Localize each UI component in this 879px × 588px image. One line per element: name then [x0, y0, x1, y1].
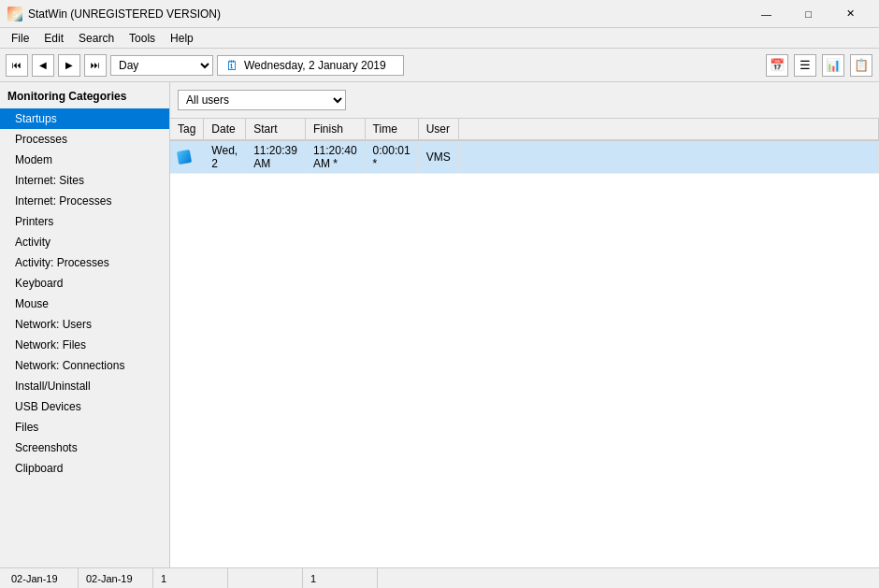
view-detail-button[interactable]: 📋 [850, 54, 872, 77]
sidebar-item-activity-processes[interactable]: Activity: Processes [0, 252, 169, 273]
col-start: Start [246, 119, 306, 140]
sidebar-item-printers[interactable]: Printers [0, 211, 169, 232]
status-date-from: 02-Jan-19 [4, 568, 79, 588]
status-count1: 1 [153, 568, 228, 588]
close-button[interactable]: ✕ [829, 0, 872, 28]
minimize-button[interactable]: — [745, 0, 787, 28]
sidebar-item-activity[interactable]: Activity [0, 232, 169, 252]
sidebar-item-clipboard[interactable]: Clipboard [0, 458, 169, 479]
app-title: StatWin (UNREGISTERED VERSION) [28, 7, 221, 21]
status-empty2 [378, 568, 875, 588]
sidebar-item-files[interactable]: Files [0, 417, 169, 437]
tag-cell [178, 151, 195, 164]
cell-user: VMS [418, 140, 458, 174]
nav-prev-button[interactable]: ◀ [32, 54, 54, 77]
sidebar-item-internet-processes[interactable]: Internet: Processes [0, 191, 169, 211]
menu-help[interactable]: Help [163, 30, 201, 47]
content-toolbar: All users User1 User2 [170, 82, 879, 119]
sidebar-item-keyboard[interactable]: Keyboard [0, 273, 169, 294]
table-row[interactable]: Wed, 2 11:20:39 AM 11:20:40 AM * 0:00:01… [170, 140, 879, 174]
calendar-icon: 🗓 [225, 58, 238, 73]
col-date: Date [204, 119, 246, 140]
nav-next-button[interactable]: ▶ [58, 54, 80, 77]
period-select[interactable]: Day Week Month Year [110, 55, 213, 76]
cell-finish: 11:20:40 AM * [305, 140, 365, 174]
menu-bar: File Edit Search Tools Help [0, 28, 879, 49]
status-bar: 02-Jan-19 02-Jan-19 1 1 [0, 567, 879, 588]
col-user: User [418, 119, 458, 140]
tag-icon [177, 150, 192, 165]
data-table: Tag Date Start Finish Time User [170, 119, 879, 174]
content-area: All users User1 User2 Tag Date Start Fin… [170, 82, 879, 567]
nav-first-button[interactable]: ⏮ [6, 54, 28, 77]
sidebar-item-install-uninstall[interactable]: Install/Uninstall [0, 376, 169, 396]
toolbar: ⏮ ◀ ▶ ⏭ Day Week Month Year 🗓 Wednesday,… [0, 49, 879, 82]
menu-tools[interactable]: Tools [122, 30, 163, 47]
col-extra [458, 119, 878, 140]
title-bar: S StatWin (UNREGISTERED VERSION) — □ ✕ [0, 0, 879, 28]
sidebar-item-processes[interactable]: Processes [0, 129, 169, 150]
title-bar-controls: — □ ✕ [745, 0, 872, 28]
main-area: Monitoring Categories Startups Processes… [0, 82, 879, 567]
app-icon: S [7, 7, 22, 22]
sidebar-item-network-users[interactable]: Network: Users [0, 314, 169, 335]
title-bar-left: S StatWin (UNREGISTERED VERSION) [7, 7, 221, 22]
maximize-button[interactable]: □ [787, 0, 829, 28]
view-list-button[interactable]: ☰ [794, 54, 816, 77]
cell-time: 0:00:01 * [365, 140, 418, 174]
col-time: Time [365, 119, 418, 140]
menu-search[interactable]: Search [71, 30, 122, 47]
sidebar-item-modem[interactable]: Modem [0, 150, 169, 170]
sidebar-item-network-connections[interactable]: Network: Connections [0, 355, 169, 376]
cell-start: 11:20:39 AM [246, 140, 306, 174]
view-chart-button[interactable]: 📊 [822, 54, 844, 77]
status-empty1 [228, 568, 303, 588]
status-date-to: 02-Jan-19 [79, 568, 153, 588]
menu-edit[interactable]: Edit [36, 30, 71, 47]
user-filter-select[interactable]: All users User1 User2 [178, 90, 346, 110]
menu-file[interactable]: File [4, 30, 36, 47]
table-area: Tag Date Start Finish Time User [170, 119, 879, 567]
sidebar-item-screenshots[interactable]: Screenshots [0, 437, 169, 458]
cell-tag [170, 140, 204, 174]
sidebar-item-usb-devices[interactable]: USB Devices [0, 396, 169, 417]
col-finish: Finish [305, 119, 365, 140]
date-text: Wednesday, 2 January 2019 [244, 59, 386, 72]
cell-date: Wed, 2 [204, 140, 246, 174]
sidebar-item-internet-sites[interactable]: Internet: Sites [0, 170, 169, 191]
col-tag: Tag [170, 119, 204, 140]
sidebar-title: Monitoring Categories [0, 82, 169, 108]
sidebar-item-network-files[interactable]: Network: Files [0, 335, 169, 355]
sidebar: Monitoring Categories Startups Processes… [0, 82, 170, 567]
status-count2: 1 [303, 568, 378, 588]
nav-last-button[interactable]: ⏭ [84, 54, 107, 77]
table-header-row: Tag Date Start Finish Time User [170, 119, 879, 140]
date-display: 🗓 Wednesday, 2 January 2019 [217, 55, 404, 76]
sidebar-item-mouse[interactable]: Mouse [0, 294, 169, 314]
cell-extra [458, 140, 878, 174]
sidebar-item-startups[interactable]: Startups [0, 108, 169, 129]
view-calendar-button[interactable]: 📅 [766, 54, 788, 77]
